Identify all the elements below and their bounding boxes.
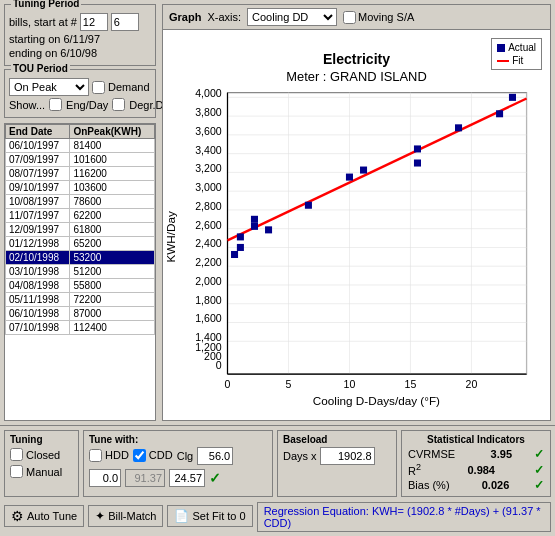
svg-text:5: 5: [286, 378, 292, 390]
cell-value: 55800: [70, 279, 155, 293]
cdd-checkbox[interactable]: [133, 449, 146, 462]
data-table: End Date OnPeak(KWH) 06/10/19978140007/0…: [5, 124, 155, 335]
stats-title: Statistical Indicators: [408, 434, 544, 445]
set-fit-to-0-button[interactable]: 📄 Set Fit to 0: [167, 505, 252, 527]
table-row[interactable]: 03/10/199851200: [6, 265, 155, 279]
cell-date: 07/10/1998: [6, 321, 70, 335]
svg-rect-62: [509, 94, 516, 101]
legend-actual-label: Actual: [508, 42, 536, 53]
closed-checkbox[interactable]: [10, 448, 23, 461]
svg-rect-53: [251, 216, 258, 223]
starting-on-label: starting on: [9, 33, 60, 45]
cell-date: 06/10/1997: [6, 139, 70, 153]
ending-on-label: ending on: [9, 47, 57, 59]
r2-label: R2: [408, 462, 421, 477]
cell-value: 112400: [70, 321, 155, 335]
tuning-label: Tuning: [10, 434, 73, 445]
cell-date: 10/08/1997: [6, 195, 70, 209]
degr-days-checkbox[interactable]: [112, 98, 125, 111]
cell-date: 05/11/1998: [6, 293, 70, 307]
col-end-date: End Date: [6, 125, 70, 139]
tou-period-select[interactable]: On Peak: [9, 78, 89, 96]
cvrmse-value: 3.95: [477, 448, 512, 460]
days-label: Days x: [283, 450, 317, 462]
auto-tune-icon: ⚙: [11, 508, 24, 524]
cell-value: 87000: [70, 307, 155, 321]
cell-value: 51200: [70, 265, 155, 279]
table-row[interactable]: 01/12/199865200: [6, 237, 155, 251]
xaxis-label: X-axis:: [207, 11, 241, 23]
demand-checkbox[interactable]: [92, 81, 105, 94]
table-row[interactable]: 08/07/1997116200: [6, 167, 155, 181]
svg-rect-60: [455, 124, 462, 131]
table-row[interactable]: 05/11/199872200: [6, 293, 155, 307]
regression-equation: Regression Equation: KWH= (1902.8 * #Day…: [264, 505, 544, 529]
tuning-period-title: Tuning Period: [11, 0, 81, 9]
svg-text:15: 15: [405, 378, 417, 390]
starting-on-value: 6/11/97: [63, 33, 100, 45]
cell-value: 78600: [70, 195, 155, 209]
clg-value-input[interactable]: [197, 447, 233, 465]
bills-num-input[interactable]: [111, 13, 139, 31]
cell-date: 04/08/1998: [6, 279, 70, 293]
table-row[interactable]: 07/09/1997101600: [6, 153, 155, 167]
cell-date: 08/07/1997: [6, 167, 70, 181]
table-row[interactable]: 07/10/1998112400: [6, 321, 155, 335]
svg-text:Cooling D-Days/day (°F): Cooling D-Days/day (°F): [313, 394, 440, 407]
regr-input: [125, 469, 165, 487]
cell-value: 65200: [70, 237, 155, 251]
thresh-input[interactable]: [89, 469, 121, 487]
svg-rect-54: [265, 226, 272, 233]
auto-tune-button[interactable]: ⚙ Auto Tune: [4, 505, 84, 527]
cdd-label: CDD: [149, 449, 173, 461]
svg-rect-51: [237, 233, 244, 240]
svg-text:10: 10: [344, 378, 356, 390]
moving-sa-checkbox[interactable]: [343, 11, 356, 24]
table-row[interactable]: 09/10/1997103600: [6, 181, 155, 195]
eng-day-checkbox[interactable]: [49, 98, 62, 111]
svg-text:4,000: 4,000: [195, 87, 222, 99]
svg-rect-50: [237, 244, 244, 251]
svg-text:KWH/Day: KWH/Day: [164, 211, 177, 263]
manual-checkbox[interactable]: [10, 465, 23, 478]
svg-rect-61: [496, 110, 503, 117]
hdd-checkbox[interactable]: [89, 449, 102, 462]
table-row[interactable]: 06/10/199887000: [6, 307, 155, 321]
tstats-check: ✓: [209, 471, 221, 485]
bias-check: ✓: [534, 478, 544, 492]
table-row[interactable]: 10/08/199778600: [6, 195, 155, 209]
cell-date: 09/10/1997: [6, 181, 70, 195]
svg-rect-57: [360, 167, 367, 174]
chart-legend: Actual Fit: [491, 38, 542, 70]
table-row[interactable]: 02/10/199853200: [6, 251, 155, 265]
cell-date: 06/10/1998: [6, 307, 70, 321]
svg-text:3,400: 3,400: [195, 144, 222, 156]
table-row[interactable]: 11/07/199762200: [6, 209, 155, 223]
days-value-input[interactable]: [320, 447, 375, 465]
tstats-input[interactable]: [169, 469, 205, 487]
cell-date: 11/07/1997: [6, 209, 70, 223]
cell-date: 12/09/1997: [6, 223, 70, 237]
chart-svg: Electricity Meter : GRAND ISLAND 4,000 3…: [163, 30, 550, 420]
bill-match-button[interactable]: ✦ Bill-Match: [88, 505, 163, 527]
table-row[interactable]: 04/08/199855800: [6, 279, 155, 293]
svg-text:3,600: 3,600: [195, 125, 222, 137]
svg-text:2,600: 2,600: [195, 219, 222, 231]
col-onpeak: OnPeak(KWH): [70, 125, 155, 139]
cell-date: 03/10/1998: [6, 265, 70, 279]
bill-match-icon: ✦: [95, 509, 105, 523]
svg-text:3,000: 3,000: [195, 181, 222, 193]
table-row[interactable]: 12/09/199761800: [6, 223, 155, 237]
show-label: Show...: [9, 99, 45, 111]
bias-value: 0.026: [474, 479, 509, 491]
bills-start-input[interactable]: [80, 13, 108, 31]
cell-date: 07/09/1997: [6, 153, 70, 167]
tou-period-title: TOU Period: [11, 63, 70, 74]
svg-text:2,200: 2,200: [195, 256, 222, 268]
r2-value: 0.984: [460, 464, 495, 476]
table-row[interactable]: 06/10/199781400: [6, 139, 155, 153]
cell-value: 53200: [70, 251, 155, 265]
set-fit-icon: 📄: [174, 509, 189, 523]
cell-value: 103600: [70, 181, 155, 195]
xaxis-select[interactable]: Cooling DD: [247, 8, 337, 26]
